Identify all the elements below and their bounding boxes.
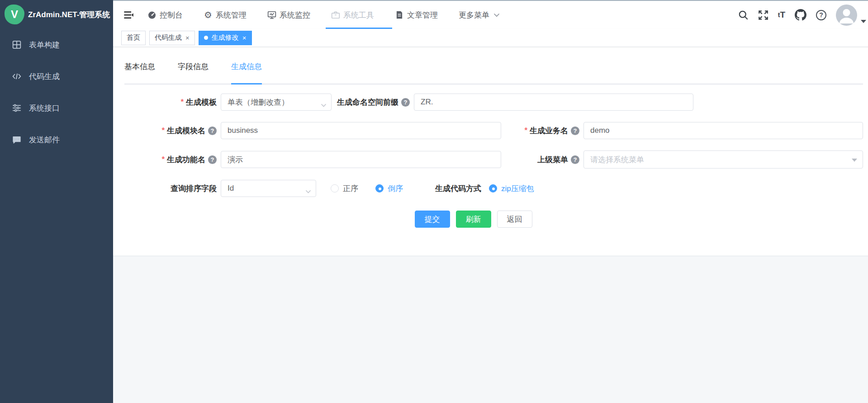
chevron-down-icon bbox=[493, 10, 500, 19]
sidebar-item-label: 系统接口 bbox=[29, 103, 60, 113]
sidebar-menu: 表单构建 代码生成 bbox=[0, 29, 113, 155]
required-star: * bbox=[161, 155, 165, 164]
field-label-text: 生成功能名 bbox=[167, 155, 205, 165]
user-menu[interactable] bbox=[836, 5, 866, 26]
module-name-input[interactable] bbox=[221, 122, 501, 139]
field-sort-field: 查询排序字段 Id 正序 bbox=[124, 180, 403, 197]
tab-gen-info[interactable]: 生成信息 bbox=[231, 61, 262, 76]
form-actions: 提交 刷新 返回 bbox=[124, 211, 863, 228]
close-icon[interactable]: × bbox=[185, 34, 190, 42]
radio-label: 正序 bbox=[343, 183, 358, 194]
sliders-icon bbox=[12, 103, 22, 113]
tag-code-gen[interactable]: 代码生成 × bbox=[149, 31, 195, 45]
field-label: 生成代码方式 bbox=[403, 183, 485, 194]
parent-menu-treeselect[interactable]: 请选择系统菜单 bbox=[583, 150, 863, 169]
top-menu-label: 文章管理 bbox=[407, 10, 438, 20]
form-row: * 生成功能名 ? 上级菜单 ? 请选择系统菜单 bbox=[124, 150, 863, 169]
sort-field-select[interactable]: Id bbox=[221, 180, 316, 197]
tag-label: 首页 bbox=[127, 33, 140, 42]
top-progress-line bbox=[113, 0, 868, 1]
form-row: 查询排序字段 Id 正序 bbox=[124, 180, 863, 197]
github-icon[interactable] bbox=[795, 9, 806, 21]
sidebar: V ZrAdmin.NET-管理系统 表单构建 bbox=[0, 0, 113, 403]
sidebar-item-form-build[interactable]: 表单构建 bbox=[0, 29, 113, 61]
namespace-prefix-input[interactable] bbox=[414, 94, 693, 111]
avatar bbox=[836, 5, 857, 26]
help-icon[interactable]: ? bbox=[571, 127, 579, 135]
radio-asc[interactable]: 正序 bbox=[331, 183, 358, 194]
help-icon[interactable]: ? bbox=[401, 98, 410, 107]
field-label-text: 生成命名空间前缀 bbox=[337, 97, 398, 108]
app-window: V ZrAdmin.NET-管理系统 表单构建 bbox=[0, 0, 868, 403]
content-panel: 基本信息 字段信息 生成信息 * 生成模板 单表（增删改查） bbox=[113, 47, 868, 256]
refresh-button[interactable]: 刷新 bbox=[456, 211, 491, 228]
gen-template-select[interactable]: 单表（增删改查） bbox=[221, 94, 332, 111]
logo-row[interactable]: V ZrAdmin.NET-管理系统 bbox=[0, 0, 113, 29]
top-menu-system-monitor[interactable]: 系统监控 bbox=[267, 1, 310, 29]
form-row: * 生成模块名 ? * 生成业务名 ? bbox=[124, 122, 863, 139]
top-menu-system-tools[interactable]: 系统工具 bbox=[331, 1, 374, 29]
page-background bbox=[113, 256, 868, 403]
sidebar-item-code-gen[interactable]: 代码生成 bbox=[0, 61, 113, 92]
help-icon[interactable]: ? bbox=[208, 127, 217, 135]
app-title: ZrAdmin.NET-管理系统 bbox=[28, 9, 110, 20]
chevron-down-icon bbox=[305, 187, 311, 196]
toolbox-icon bbox=[331, 10, 340, 19]
top-menu-label: 系统工具 bbox=[343, 10, 374, 20]
form-row: * 生成模板 单表（增删改查） 生成命名空间前缀 bbox=[124, 94, 863, 111]
treeselect-placeholder: 请选择系统菜单 bbox=[590, 155, 644, 165]
fullscreen-icon[interactable] bbox=[758, 10, 768, 20]
field-label-text: 查询排序字段 bbox=[171, 183, 217, 194]
caret-down-icon bbox=[852, 159, 857, 162]
radio-desc[interactable]: 倒序 bbox=[375, 183, 403, 194]
radio-zip[interactable]: zip压缩包 bbox=[489, 183, 534, 194]
gear-icon: ⚙ bbox=[204, 10, 213, 19]
top-menu-dashboard[interactable]: 控制台 bbox=[147, 1, 183, 29]
field-parent-menu: 上级菜单 ? 请选择系统菜单 bbox=[501, 150, 863, 169]
close-icon[interactable]: × bbox=[242, 34, 247, 42]
help-icon[interactable]: ? bbox=[571, 155, 579, 164]
top-menu-label: 控制台 bbox=[160, 10, 183, 20]
field-label-text: 生成业务名 bbox=[530, 126, 568, 136]
tag-gen-edit[interactable]: 生成修改 × bbox=[199, 31, 252, 45]
top-menu-article-manage[interactable]: 文章管理 bbox=[395, 1, 438, 29]
app-logo: V bbox=[5, 5, 24, 24]
radio-circle bbox=[331, 184, 339, 192]
chevron-down-icon bbox=[861, 20, 866, 23]
field-gen-type: 生成代码方式 zip压缩包 bbox=[403, 183, 534, 194]
tag-home[interactable]: 首页 bbox=[121, 31, 146, 45]
field-function-name: * 生成功能名 ? bbox=[124, 151, 501, 168]
form-tabs: 基本信息 字段信息 生成信息 bbox=[124, 61, 863, 84]
tab-field-info[interactable]: 字段信息 bbox=[178, 61, 209, 76]
radio-circle bbox=[375, 184, 384, 192]
tab-basic-info[interactable]: 基本信息 bbox=[124, 61, 155, 76]
top-menu-more[interactable]: 更多菜单 bbox=[459, 1, 500, 29]
select-value: 单表（增删改查） bbox=[228, 97, 289, 108]
function-name-input[interactable] bbox=[221, 151, 501, 168]
field-gen-template: * 生成模板 单表（增删改查） bbox=[124, 94, 332, 111]
business-name-input[interactable] bbox=[583, 122, 863, 139]
help-icon[interactable]: ? bbox=[208, 155, 217, 164]
navbar-right-tools: tT ? bbox=[738, 5, 866, 26]
tags-view-bar: 首页 代码生成 × 生成修改 × bbox=[113, 29, 868, 47]
help-icon[interactable]: ? bbox=[816, 10, 826, 20]
field-label: 查询排序字段 bbox=[124, 183, 221, 194]
font-size-big-glyph: T bbox=[780, 10, 785, 20]
radio-circle bbox=[489, 184, 497, 192]
top-menu-system-manage[interactable]: ⚙ 系统管理 bbox=[204, 1, 247, 29]
sidebar-collapse-icon[interactable] bbox=[123, 9, 134, 20]
back-button[interactable]: 返回 bbox=[497, 211, 532, 228]
required-star: * bbox=[161, 126, 165, 135]
field-label: * 生成业务名 ? bbox=[501, 126, 583, 136]
field-module-name: * 生成模块名 ? bbox=[124, 122, 501, 139]
sort-direction-group: 正序 倒序 bbox=[331, 183, 403, 194]
submit-button[interactable]: 提交 bbox=[415, 211, 450, 228]
field-label: 上级菜单 ? bbox=[501, 155, 583, 165]
required-star: * bbox=[180, 98, 184, 107]
sidebar-item-system-api[interactable]: 系统接口 bbox=[0, 92, 113, 124]
select-value: Id bbox=[228, 184, 234, 193]
sidebar-item-send-mail[interactable]: 发送邮件 bbox=[0, 124, 113, 155]
font-size-icon[interactable]: tT bbox=[778, 10, 785, 20]
field-label: 生成命名空间前缀 ? bbox=[332, 97, 414, 108]
search-icon[interactable] bbox=[738, 10, 749, 20]
